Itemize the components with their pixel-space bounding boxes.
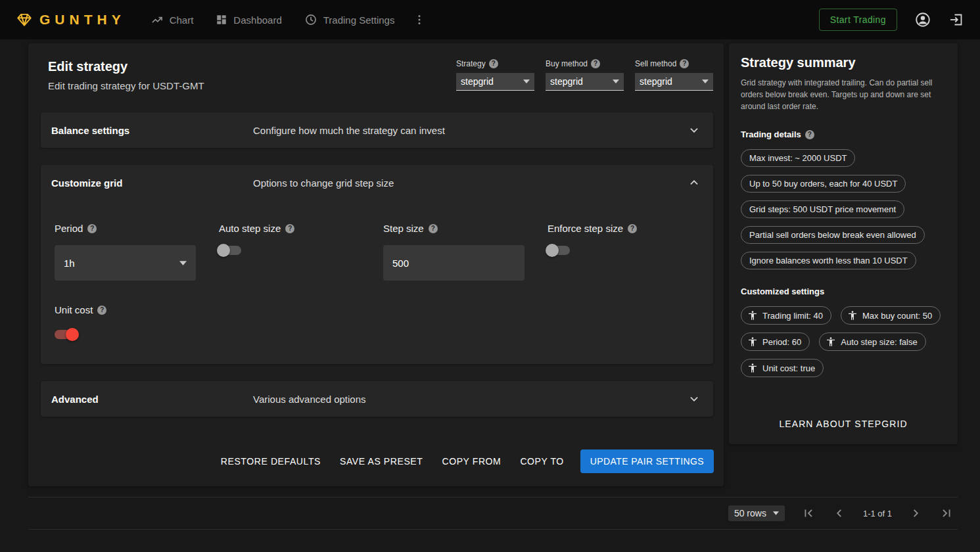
toggle-thumb (546, 244, 559, 257)
page-subtitle: Edit trading strategy for USDT-GMT (48, 80, 204, 91)
auto-step-size-field: Auto step size ? (219, 223, 383, 281)
summary-description: Grid strategy with integrated trailing. … (741, 77, 946, 112)
custom-chip: Max buy count: 50 (841, 306, 941, 325)
rows-per-page-select[interactable]: 50 rows (728, 505, 785, 521)
help-icon[interactable]: ? (489, 59, 498, 68)
last-page-icon (939, 506, 954, 520)
brand-name: GUNTHY (39, 12, 126, 28)
accordion-balance-settings: Balance settings Configure how much the … (41, 112, 713, 148)
rows-per-page-value: 50 rows (734, 508, 766, 518)
detail-chip: Ignore balances worth less than 10 USDT (741, 252, 916, 269)
chevron-left-icon (832, 506, 847, 520)
strategy-select-label: Strategy ? (456, 59, 534, 68)
detail-chip: Partial sell orders below break even all… (741, 226, 925, 244)
accordion-customize-grid: Customize grid Options to change grid st… (41, 165, 713, 364)
nav-dashboard-label: Dashboard (233, 14, 281, 26)
account-button[interactable] (914, 11, 931, 28)
first-page-button[interactable] (801, 506, 816, 520)
period-label: Period ? (55, 223, 219, 234)
page-range-label: 1-1 of 1 (863, 509, 892, 518)
strategy-label-text: Strategy (456, 59, 486, 68)
summary-title: Strategy summary (741, 55, 946, 70)
sell-method-select[interactable]: stepgrid (635, 73, 713, 91)
copy-to-button[interactable]: COPY TO (517, 451, 566, 472)
custom-chip: Unit cost: true (741, 359, 824, 377)
customized-settings-heading: Customized settings (741, 287, 946, 296)
logout-button[interactable] (948, 12, 964, 28)
accordion-advanced: Advanced Various advanced options (41, 381, 713, 417)
enforce-step-size-label: Enforce step size ? (548, 223, 712, 234)
accordion-customize-grid-header[interactable]: Customize grid Options to change grid st… (41, 165, 713, 200)
help-icon[interactable]: ? (87, 224, 97, 233)
unit-cost-toggle[interactable] (55, 330, 77, 339)
kebab-icon (413, 13, 426, 26)
strategy-select[interactable]: stepgrid (456, 73, 534, 91)
detail-chip: Max invest: ~ 2000 USDT (741, 149, 855, 167)
period-select[interactable]: 1h (55, 245, 196, 281)
chart-icon (151, 13, 164, 26)
method-selects: Strategy ? stepgrid Buy method ? stepgri… (456, 59, 713, 91)
next-page-button[interactable] (908, 506, 923, 520)
buy-method-label-text: Buy method (546, 59, 588, 68)
brand[interactable]: GUNTHY (16, 11, 126, 28)
buy-method-select-group: Buy method ? stepgrid (546, 59, 624, 91)
customize-grid-content: Period ? 1h Auto step size ? (41, 200, 713, 364)
accordion-advanced-header[interactable]: Advanced Various advanced options (41, 381, 713, 417)
restore-defaults-button[interactable]: RESTORE DEFAULTS (218, 451, 323, 472)
more-menu-button[interactable] (413, 13, 426, 26)
help-icon[interactable]: ? (805, 130, 814, 139)
section-description: Options to change grid step size (253, 177, 687, 189)
auto-step-size-label: Auto step size ? (219, 223, 383, 234)
custom-chip: Auto step size: false (819, 333, 925, 351)
dashboard-icon (216, 14, 227, 26)
strategy-summary-panel: Strategy summary Grid strategy with inte… (729, 43, 958, 444)
update-pair-settings-button[interactable]: UPDATE PAIR SETTINGS (580, 449, 714, 473)
toggle-thumb (217, 244, 230, 257)
first-page-icon (801, 506, 816, 520)
previous-page-button[interactable] (832, 506, 847, 520)
nav-chart-label: Chart (170, 14, 194, 26)
save-as-preset-button[interactable]: SAVE AS PRESET (337, 451, 425, 472)
custom-chip: Trading limit: 40 (741, 306, 831, 325)
unit-cost-label: Unit cost ? (55, 304, 703, 315)
trading-details-heading: Trading details ? (741, 129, 946, 139)
chevron-down-icon (523, 80, 530, 83)
help-icon[interactable]: ? (591, 59, 600, 68)
nav-dashboard[interactable]: Dashboard (216, 14, 281, 26)
nav-chart[interactable]: Chart (151, 13, 194, 26)
toggle-thumb (66, 328, 79, 341)
person-icon (747, 310, 758, 321)
logout-icon (948, 12, 964, 28)
start-trading-button[interactable]: Start Trading (819, 9, 897, 31)
section-description: Configure how much the strategy can inve… (253, 125, 687, 136)
strategy-select-value: stepgrid (461, 76, 494, 87)
learn-about-stepgrid-button[interactable]: LEARN ABOUT STEPGRID (729, 418, 958, 430)
section-title: Advanced (51, 394, 253, 405)
auto-step-size-toggle[interactable] (219, 246, 241, 255)
accordion-balance-settings-header[interactable]: Balance settings Configure how much the … (41, 112, 713, 148)
page-title: Edit strategy (48, 59, 204, 74)
step-size-input[interactable] (383, 245, 525, 281)
last-page-button[interactable] (939, 506, 954, 520)
clock-icon (304, 13, 317, 26)
nav-trading-settings-label: Trading Settings (323, 14, 395, 26)
copy-from-button[interactable]: COPY FROM (439, 451, 503, 472)
account-circle-icon (914, 11, 931, 28)
strategy-select-group: Strategy ? stepgrid (456, 59, 534, 91)
panel-footer-actions: RESTORE DEFAULTS SAVE AS PRESET COPY FRO… (28, 449, 724, 486)
help-icon[interactable]: ? (285, 224, 294, 233)
help-icon[interactable]: ? (680, 59, 689, 68)
help-icon[interactable]: ? (429, 224, 438, 233)
buy-method-select[interactable]: stepgrid (546, 73, 624, 91)
customized-setting-chips: Trading limit: 40 Max buy count: 50 Peri… (741, 306, 946, 377)
nav-trading-settings[interactable]: Trading Settings (304, 13, 395, 26)
help-icon[interactable]: ? (628, 224, 637, 233)
gunthy-logo-icon (16, 11, 33, 28)
help-icon[interactable]: ? (97, 306, 106, 315)
person-icon (847, 310, 858, 321)
sell-method-select-group: Sell method ? stepgrid (635, 59, 713, 91)
enforce-step-size-toggle[interactable] (548, 246, 570, 255)
person-icon (747, 363, 758, 373)
detail-chip: Grid steps: 500 USDT price movement (741, 200, 904, 218)
app-root: GUNTHY Chart Dashboard Trading Settings (0, 0, 980, 552)
